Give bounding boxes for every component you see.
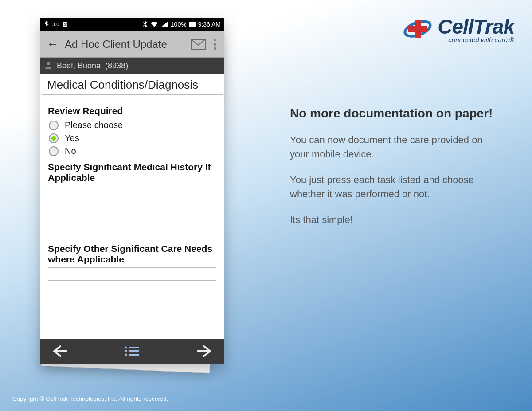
battery-small-icon: 100 — [62, 21, 68, 27]
brand-logo: CellTrak connected with care ® — [402, 13, 514, 44]
copyright-text: Copyright © CellTrak Technologies, Inc. … — [12, 395, 168, 402]
usb-icon — [43, 21, 50, 28]
svg-point-5 — [125, 347, 127, 349]
usb-version: 3.0 — [52, 22, 59, 27]
marketing-paragraph: Its that simple! — [290, 213, 503, 227]
bluetooth-icon — [142, 21, 148, 28]
person-icon — [44, 61, 52, 71]
phone-screen: 3.0 100 100% 9:36 AM — [40, 18, 224, 364]
bottom-nav — [40, 339, 224, 364]
medical-history-input[interactable] — [48, 186, 216, 239]
phone-mockup: 3.0 100 100% 9:36 AM — [40, 18, 224, 365]
section-title: Medical Conditions/Diagnosis — [42, 74, 223, 95]
form-body: Review Required Please choose Yes No Spe… — [40, 95, 224, 339]
footer-rule — [12, 392, 520, 392]
svg-rect-6 — [129, 347, 139, 348]
marketing-paragraph: You just press each task listed and choo… — [290, 173, 503, 201]
nav-prev-button[interactable] — [50, 344, 69, 359]
nav-list-button[interactable] — [122, 344, 142, 359]
review-required-radiogroup: Please choose Yes No — [49, 119, 216, 157]
app-header-title: Ad Hoc Client Update — [65, 38, 186, 51]
radio-icon — [49, 146, 59, 156]
overflow-menu-icon[interactable] — [210, 37, 220, 52]
svg-text:100: 100 — [62, 23, 68, 27]
marketing-copy: No more documentation on paper! You can … — [290, 106, 503, 238]
care-needs-input[interactable] — [48, 267, 216, 281]
brand-cross-icon — [402, 13, 433, 44]
radio-icon — [49, 121, 59, 130]
care-needs-label: Specify Other Significant Care Needs whe… — [48, 243, 216, 265]
svg-rect-10 — [129, 354, 139, 356]
battery-percent: 100% — [171, 21, 187, 28]
radio-icon — [49, 133, 59, 143]
client-bar: Beef, Buona (8938) — [40, 58, 224, 74]
marketing-heading: No more documentation on paper! — [290, 106, 503, 121]
svg-point-4 — [47, 62, 50, 65]
back-button[interactable]: ← — [44, 35, 60, 53]
mail-icon[interactable] — [191, 39, 206, 50]
radio-label: Please choose — [65, 120, 123, 130]
signal-icon — [161, 21, 168, 27]
svg-rect-8 — [129, 350, 139, 352]
android-status-bar: 3.0 100 100% 9:36 AM — [40, 18, 224, 31]
svg-point-7 — [125, 350, 127, 352]
brand-tagline: connected with care ® — [438, 36, 514, 43]
radio-label: Yes — [65, 133, 79, 143]
radio-option-yes[interactable]: Yes — [49, 132, 216, 145]
app-header: ← Ad Hoc Client Update — [40, 31, 224, 58]
battery-icon — [189, 22, 196, 27]
review-required-label: Review Required — [48, 106, 216, 116]
nav-next-button[interactable] — [195, 344, 215, 359]
radio-option-please-choose[interactable]: Please choose — [49, 119, 216, 132]
marketing-paragraph: You can now document the care provided o… — [290, 133, 503, 161]
radio-label: No — [65, 146, 76, 156]
client-name: Beef, Buona — [57, 61, 101, 70]
status-time: 9:36 AM — [198, 21, 221, 28]
client-id: (8938) — [105, 61, 128, 70]
medical-history-label: Specify Significant Medical History If A… — [48, 162, 216, 183]
radio-option-no[interactable]: No — [49, 145, 216, 157]
wifi-icon — [150, 21, 158, 27]
brand-name: CellTrak — [438, 15, 514, 39]
svg-point-9 — [125, 354, 127, 356]
